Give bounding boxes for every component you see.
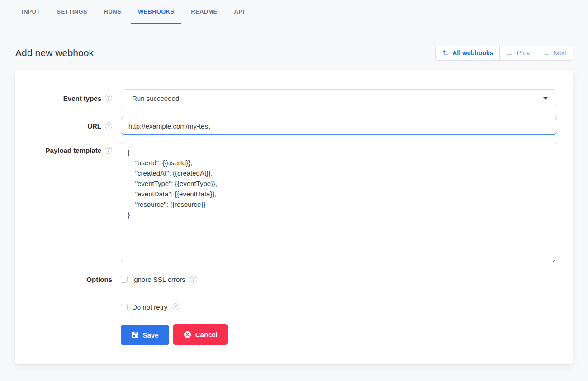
arrow-left-icon: ← bbox=[506, 50, 513, 57]
url-label: URL bbox=[87, 122, 101, 130]
tab-bar: INPUT SETTINGS RUNS WEBHOOKS README API bbox=[0, 0, 588, 24]
ignore-ssl-checkbox[interactable] bbox=[121, 276, 128, 283]
tab-readme[interactable]: README bbox=[184, 0, 224, 24]
event-types-label: Event types bbox=[63, 95, 101, 102]
page-header: Add new webhook All webhooks ← Prev → Ne… bbox=[15, 43, 573, 62]
event-types-selected-value: Run succeeded bbox=[132, 95, 543, 102]
do-not-retry-checkbox[interactable] bbox=[121, 304, 128, 310]
payload-template-control: { "userId": {{userId}}, "createdAt": {{c… bbox=[121, 142, 557, 262]
options-label-cell: Options bbox=[15, 276, 121, 283]
event-types-control: Run succeeded bbox=[121, 89, 557, 107]
url-input[interactable] bbox=[121, 117, 557, 135]
next-label: Next bbox=[553, 49, 566, 57]
tab-runs[interactable]: RUNS bbox=[97, 0, 128, 24]
webhook-form-card: Event types ? Run succeeded URL ? Payloa… bbox=[15, 70, 573, 364]
save-button[interactable]: Save bbox=[121, 325, 169, 345]
ignore-ssl-label[interactable]: Ignore SSL errors bbox=[132, 276, 185, 283]
help-icon[interactable]: ? bbox=[105, 147, 112, 154]
help-icon[interactable]: ? bbox=[190, 276, 197, 283]
prev-label: Prev bbox=[517, 49, 530, 57]
url-label-cell: URL ? bbox=[15, 122, 121, 130]
payload-template-label: Payload template bbox=[46, 147, 101, 154]
payload-template-label-cell: Payload template ? bbox=[15, 142, 121, 262]
ignore-ssl-checkbox-row: Ignore SSL errors ? bbox=[121, 276, 557, 283]
save-label: Save bbox=[142, 331, 158, 339]
event-types-select[interactable]: Run succeeded bbox=[121, 89, 557, 107]
form-actions-row: Save Cancel bbox=[15, 324, 573, 345]
arrow-up-back-icon bbox=[442, 49, 449, 57]
retry-option-control: Do not retry ? bbox=[121, 303, 557, 311]
payload-template-textarea[interactable]: { "userId": {{userId}}, "createdAt": {{c… bbox=[121, 142, 557, 262]
url-control bbox=[121, 117, 557, 135]
save-floppy-icon bbox=[131, 331, 138, 338]
options-row-ssl: Options Ignore SSL errors ? bbox=[15, 274, 573, 285]
tab-api[interactable]: API bbox=[227, 0, 252, 24]
help-icon[interactable]: ? bbox=[105, 95, 112, 102]
tab-input[interactable]: INPUT bbox=[14, 0, 47, 24]
cancel-x-icon bbox=[184, 331, 191, 338]
webhook-nav-button-group: All webhooks ← Prev → Next bbox=[435, 46, 573, 61]
do-not-retry-checkbox-row: Do not retry ? bbox=[121, 303, 557, 311]
ssl-option-control: Ignore SSL errors ? bbox=[121, 276, 557, 283]
arrow-right-icon: → bbox=[543, 50, 550, 57]
all-webhooks-label: All webhooks bbox=[452, 49, 493, 57]
help-icon[interactable]: ? bbox=[105, 122, 112, 129]
tab-settings[interactable]: SETTINGS bbox=[50, 0, 95, 24]
form-actions: Save Cancel bbox=[121, 324, 557, 345]
event-types-label-cell: Event types ? bbox=[15, 95, 121, 102]
page-title: Add new webhook bbox=[15, 48, 94, 58]
cancel-label: Cancel bbox=[195, 331, 218, 338]
options-row-retry: Do not retry ? bbox=[15, 301, 573, 312]
event-types-row: Event types ? Run succeeded bbox=[15, 89, 573, 107]
chevron-down-icon bbox=[543, 97, 548, 100]
cancel-button[interactable]: Cancel bbox=[173, 324, 228, 345]
help-icon[interactable]: ? bbox=[172, 303, 179, 310]
all-webhooks-button[interactable]: All webhooks bbox=[436, 46, 499, 60]
options-label: Options bbox=[86, 276, 112, 283]
url-row: URL ? bbox=[15, 117, 573, 135]
payload-template-row: Payload template ? { "userId": {{userId}… bbox=[15, 142, 573, 262]
do-not-retry-label[interactable]: Do not retry bbox=[132, 303, 167, 311]
prev-button[interactable]: ← Prev bbox=[499, 46, 536, 60]
tab-webhooks[interactable]: WEBHOOKS bbox=[131, 0, 181, 24]
next-button[interactable]: → Next bbox=[536, 46, 573, 60]
